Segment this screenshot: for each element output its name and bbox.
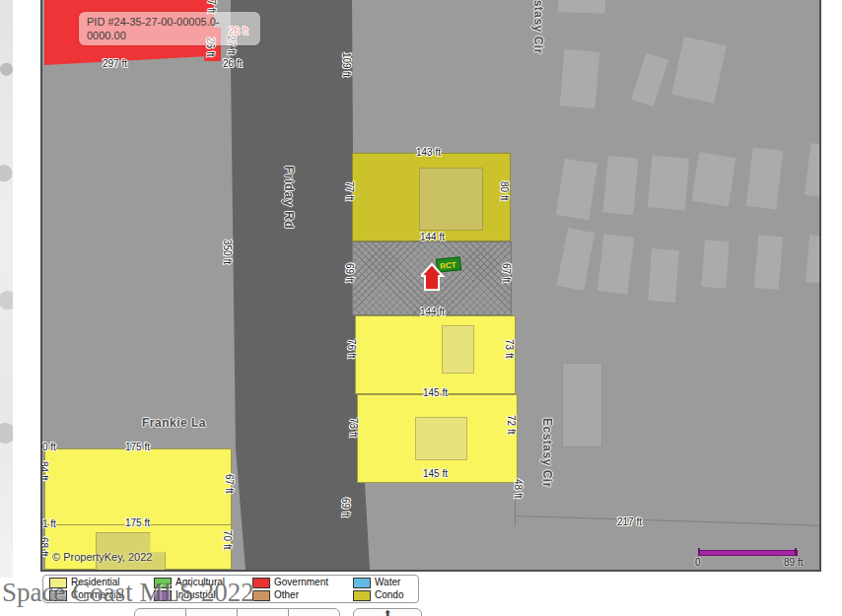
app-window: 297 ft27 ft26 ft26 ft27 ft26 ft109 ft350… (0, 0, 842, 616)
legend-label: Government (274, 578, 328, 587)
building-footprint (442, 325, 474, 374)
measurement-label: 144 ft (420, 233, 445, 242)
measurement-label: 73 ft (504, 339, 514, 358)
street-label: Ecstasy Cir (541, 418, 553, 488)
parcel-map[interactable]: 297 ft27 ft26 ft26 ft27 ft26 ft109 ft350… (42, 0, 819, 570)
measurement-label: 350 ft (222, 240, 232, 264)
marker-flag-label: RCT (440, 260, 456, 271)
measurement-label: 69 ft (344, 263, 354, 282)
measurement-label: 217 ft (617, 517, 642, 527)
building-footprint (690, 151, 737, 208)
scroll-up-button[interactable]: ⬆ (353, 608, 422, 616)
parcel-boundary-line (515, 515, 821, 526)
measurement-label: 77 ft (344, 181, 354, 200)
measurement-label: 84 ft (40, 461, 48, 480)
measurement-label: 109 ft (341, 52, 351, 77)
mls-watermark: Space Coast MLS 2022 (2, 578, 254, 608)
measurement-label: 68 ft (40, 537, 48, 556)
map-scale-bar: 0 89 ft (693, 547, 807, 569)
building-footprint (744, 146, 784, 211)
toolbar-segment[interactable] (238, 609, 289, 616)
measurement-label: 175 ft (125, 443, 150, 452)
residential-parcel[interactable] (355, 315, 516, 394)
measurement-label: 1 ft (42, 519, 56, 529)
measurement-label: 145 ft (423, 388, 448, 398)
measurement-label: 48 ft (513, 479, 523, 498)
marker-flag: RCT (436, 257, 460, 272)
legend-label: Water (375, 578, 400, 587)
building-footprint (419, 168, 483, 231)
legend-swatch (252, 590, 270, 601)
building-footprint (804, 142, 821, 198)
street-label: Ecstasy Cir (532, 0, 544, 54)
measurement-label: 175 ft (125, 518, 150, 528)
street-label: Frankie La (142, 417, 206, 429)
building-footprint (805, 234, 821, 285)
measurement-label: 67 ft (501, 263, 511, 282)
measurement-label: 145 ft (423, 469, 448, 479)
photo-strip (0, 0, 13, 578)
map-copyright: © PropertyKey, 2022 (52, 551, 152, 563)
measurement-label: 143 ft (416, 148, 441, 158)
building-footprint (601, 155, 639, 217)
building-footprint (555, 158, 599, 222)
toolbar-segment[interactable] (186, 609, 238, 616)
pid-line1: PID #24-35-27-00-00005.0- (87, 16, 252, 30)
pid-tooltip: PID #24-35-27-00-00005.0- 0000.00 (79, 12, 260, 45)
building-footprint (415, 417, 467, 460)
building-footprint (562, 363, 602, 447)
building-footprint (700, 239, 730, 290)
building-footprint (558, 47, 600, 109)
condo-parcel[interactable] (352, 153, 511, 241)
measurement-label: 73 ft (348, 418, 358, 437)
measurement-label: 0 ft (42, 443, 56, 452)
legend-item: Condo (353, 589, 418, 601)
scale-bar-tick (795, 548, 797, 556)
up-arrow-icon: ⬆ (383, 608, 391, 616)
legend-item: Water (353, 577, 418, 588)
scale-bar-tick (698, 548, 700, 556)
measurement-label: 72 ft (506, 415, 516, 434)
measurement-label: 80 ft (499, 181, 509, 200)
measurement-label: 297 ft (103, 59, 127, 69)
building-footprint (647, 154, 691, 211)
building-footprint (753, 234, 785, 291)
bottom-toolbar[interactable] (134, 608, 340, 616)
scale-bar-line (699, 550, 798, 556)
building-footprint (596, 233, 635, 296)
measurement-label: 70 ft (222, 530, 232, 549)
street-label: Friday Rd (283, 166, 296, 229)
toolbar-segment[interactable] (289, 609, 339, 616)
subject-property-marker[interactable]: RCT (421, 254, 464, 294)
pid-line2: 0000.00 (87, 30, 252, 43)
building-footprint (557, 0, 607, 15)
legend-item: Other (252, 589, 353, 601)
building-footprint (670, 35, 728, 104)
legend-swatch (353, 578, 371, 588)
measurement-label: 67 ft (224, 474, 234, 493)
map-viewport[interactable]: 297 ft27 ft26 ft26 ft27 ft26 ft109 ft350… (40, 0, 821, 572)
legend-label: Condo (375, 590, 403, 600)
toolbar-segment[interactable] (135, 609, 186, 616)
measurement-label: 69 ft (340, 498, 350, 516)
measurement-label: 144 ft (420, 308, 445, 317)
legend-label: Other (274, 590, 299, 600)
building-footprint (630, 51, 670, 107)
building-footprint (555, 227, 596, 293)
legend-item: Government (252, 577, 353, 588)
legend-swatch (353, 590, 371, 601)
building-footprint (647, 247, 680, 304)
legend-swatch (252, 578, 270, 588)
scale-end-label: 89 ft (784, 557, 803, 568)
measurement-label: 26 ft (223, 59, 242, 69)
measurement-label: 76 ft (346, 339, 356, 358)
scale-start-label: 0 (695, 557, 701, 568)
